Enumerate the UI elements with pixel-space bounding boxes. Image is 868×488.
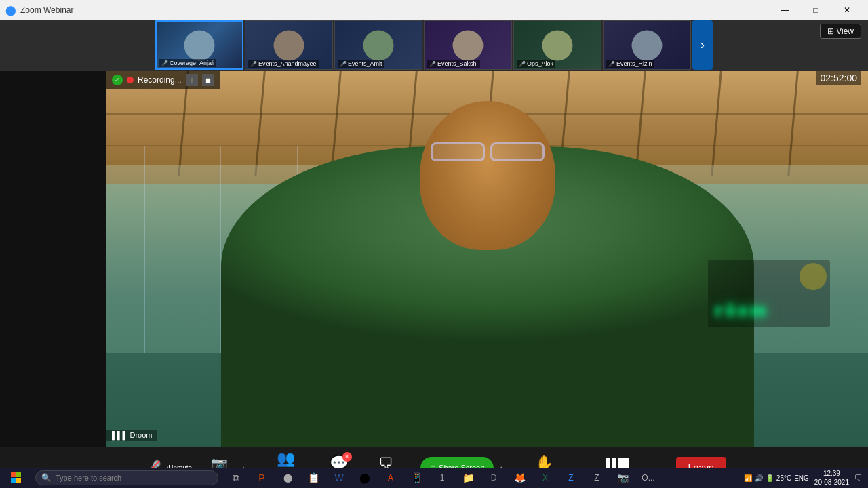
thumb-name-alok: 🎤 Ops_Alok bbox=[517, 60, 555, 68]
window-controls: — □ ✕ bbox=[769, 0, 863, 20]
recording-bar: ✓ Recording... ⏸ ⏹ bbox=[106, 71, 220, 89]
thumbnail-scroll-right[interactable]: › bbox=[692, 20, 713, 70]
video-background: rŏom bbox=[106, 71, 868, 447]
title-bar: ⬤ Zoom Webinar — □ ✕ bbox=[0, 0, 868, 20]
title-text: Zoom Webinar bbox=[20, 5, 73, 15]
thumb-events-rizin[interactable]: 🎤 Events_Rizin bbox=[603, 20, 691, 70]
recording-timer: 02:52:00 bbox=[816, 71, 862, 85]
stop-recording-button[interactable]: ⏹ bbox=[202, 74, 214, 86]
network-icon: 📶 bbox=[744, 474, 752, 482]
thumb-ops-alok[interactable]: 🎤 Ops_Alok bbox=[513, 20, 601, 70]
pause-recording-button[interactable]: ⏸ bbox=[186, 74, 198, 86]
battery-icon: 🔋 bbox=[766, 474, 774, 482]
taskbar-app-app3[interactable]: 📋 bbox=[301, 468, 326, 488]
svg-rect-1 bbox=[16, 472, 21, 477]
svg-rect-2 bbox=[11, 478, 16, 483]
maximize-button[interactable]: □ bbox=[800, 0, 831, 20]
taskbar-app-app-z2[interactable]: Z bbox=[585, 468, 609, 488]
minimize-button[interactable]: — bbox=[769, 0, 800, 20]
recording-label: Recording... bbox=[138, 75, 182, 85]
window-title: ⬤ Zoom Webinar bbox=[5, 5, 73, 16]
thumb-name-anandmayee: 🎤 Events_Anandmayee bbox=[248, 60, 319, 68]
qa-badge: 8 bbox=[342, 452, 352, 462]
taskbar-app-chrome[interactable]: ⬤ bbox=[353, 468, 377, 488]
taskbar-clock: 12:39 20-08-2021 bbox=[814, 469, 849, 487]
taskbar-app-dell[interactable]: ⬤ bbox=[275, 468, 300, 488]
volume-icon: 🔊 bbox=[755, 474, 763, 482]
taskbar-apps: ⧉ P ⬤ 📋 W ⬤ A 📱 1 📁 D 🦊 X Z Z 📷 O... bbox=[221, 468, 738, 488]
zoom-icon: ⬤ bbox=[5, 5, 16, 16]
taskbar-app-o[interactable]: O... bbox=[636, 468, 660, 488]
taskbar-date: 20-08-2021 bbox=[814, 478, 849, 487]
lang-indicator: ENG bbox=[794, 474, 809, 482]
taskbar-search-icon: 🔍 bbox=[41, 473, 52, 483]
start-button[interactable] bbox=[0, 468, 33, 488]
thumb-name-amit: 🎤 Events_Amit bbox=[338, 60, 384, 68]
zoom-main-area: 🎤 Coverage_Anjali 🎤 Events_Anandmayee 🎤 … bbox=[0, 20, 868, 488]
notification-icon: 🗨 bbox=[854, 473, 863, 483]
notification-button[interactable]: 🗨 bbox=[849, 468, 868, 488]
taskbar-app-powerpoint[interactable]: P bbox=[250, 468, 274, 488]
thumb-events-anandmayee[interactable]: 🎤 Events_Anandmayee bbox=[245, 20, 333, 70]
taskbar-app-app7[interactable]: 📱 bbox=[404, 468, 429, 488]
view-button[interactable]: ⊞ View bbox=[820, 24, 861, 39]
svg-rect-3 bbox=[16, 478, 21, 483]
taskbar-app-1[interactable]: 1 bbox=[430, 468, 454, 488]
record-dot bbox=[127, 77, 134, 83]
close-button[interactable]: ✕ bbox=[831, 0, 863, 20]
taskbar-app-acrobat[interactable]: A bbox=[378, 468, 403, 488]
taskbar-app-firefox[interactable]: 🦊 bbox=[507, 468, 532, 488]
taskbar-search-bar[interactable]: 🔍 Type here to search bbox=[35, 470, 218, 485]
status-indicator: ✓ bbox=[112, 75, 123, 85]
svg-rect-0 bbox=[11, 472, 16, 477]
taskbar-time: 12:39 bbox=[814, 469, 849, 478]
droom-watermark: ▌▌▌ Droom bbox=[106, 430, 157, 441]
thumb-name-rizin: 🎤 Events_Rizin bbox=[606, 60, 654, 68]
taskbar-app-files[interactable]: 📁 bbox=[456, 468, 480, 488]
left-panel bbox=[0, 71, 106, 447]
task-view-button[interactable]: ⧉ bbox=[224, 468, 248, 488]
windows-taskbar: 🔍 Type here to search ⧉ P ⬤ 📋 W ⬤ A 📱 1 … bbox=[0, 468, 868, 488]
taskbar-app-excel[interactable]: X bbox=[533, 468, 557, 488]
thumb-coverage-anjali[interactable]: 🎤 Coverage_Anjali bbox=[155, 20, 243, 70]
thumb-name-anjali: 🎤 Coverage_Anjali bbox=[159, 59, 216, 67]
temperature: 25°C bbox=[776, 474, 791, 482]
main-video-area: rŏom bbox=[106, 71, 868, 447]
taskbar-app-zoom[interactable]: Z bbox=[559, 468, 583, 488]
thumb-events-sakshi[interactable]: 🎤 Events_Sakshi bbox=[424, 20, 512, 70]
windows-logo-icon bbox=[11, 472, 22, 483]
taskbar-app-word[interactable]: W bbox=[327, 468, 351, 488]
thumb-events-amit[interactable]: 🎤 Events_Amit bbox=[334, 20, 422, 70]
taskbar-search-placeholder: Type here to search bbox=[56, 474, 121, 482]
participants-icon: 👥 bbox=[277, 450, 295, 468]
thumb-name-sakshi: 🎤 Events_Sakshi bbox=[427, 60, 480, 68]
taskbar-system-tray: 📶 🔊 🔋 25°C ENG bbox=[738, 474, 814, 482]
taskbar-app-d[interactable]: D bbox=[481, 468, 506, 488]
taskbar-app-app12[interactable]: 📷 bbox=[610, 468, 635, 488]
thumbnail-strip: 🎤 Coverage_Anjali 🎤 Events_Anandmayee 🎤 … bbox=[155, 20, 713, 70]
